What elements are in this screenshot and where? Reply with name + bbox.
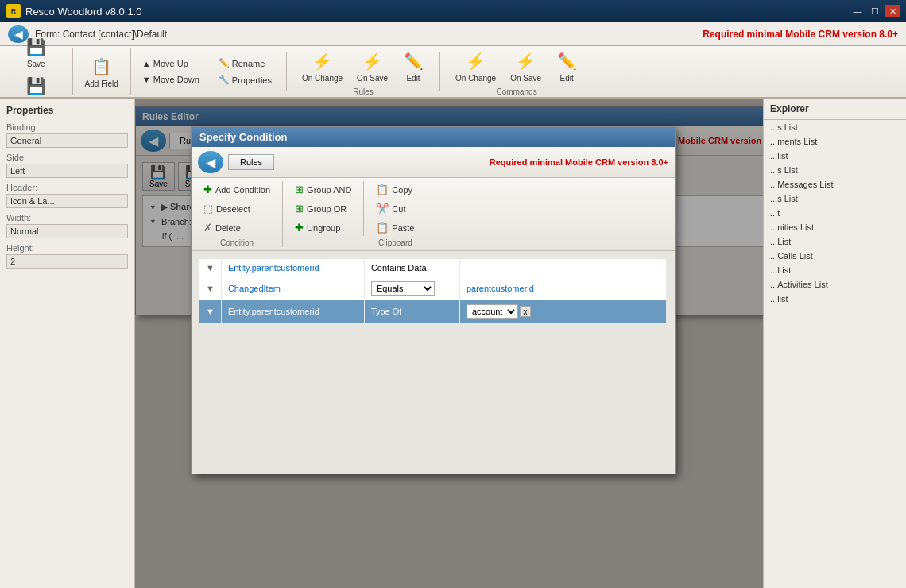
clipboard-label: Clipboard <box>370 238 420 247</box>
app-logo: R <box>6 4 21 18</box>
on-save-btn2[interactable]: ⚡ On Save <box>505 47 547 86</box>
specify-condition-modal: Specify Condition ◀ Rules Required minim… <box>191 126 676 474</box>
copy-button[interactable]: 📋 Copy <box>370 181 420 198</box>
row2-entity-link[interactable]: ChangedItem <box>228 284 281 293</box>
height-value: 2 <box>6 254 128 269</box>
clear-button[interactable]: x <box>520 306 531 317</box>
right-panel-item-8[interactable]: ...List <box>764 234 906 249</box>
ungroup-label: Ungroup <box>307 223 340 233</box>
conditions-table: ▼ Entity.parentcustomerid Contains Data <box>199 259 667 323</box>
save-close-icon: 💾 <box>25 75 47 97</box>
on-save-label: On Save <box>357 74 388 83</box>
ungroup-button[interactable]: ✚ Ungroup <box>289 219 357 236</box>
on-change-btn2[interactable]: ⚡ On Change <box>450 47 501 86</box>
content-area: Properties Binding: General Side: Left H… <box>0 99 906 588</box>
on-change-button[interactable]: ⚡ On Change <box>296 47 348 86</box>
restore-button[interactable]: ☐ <box>868 5 882 17</box>
add-condition-icon: ✚ <box>203 184 212 195</box>
group-or-button[interactable]: ⊞ Group OR <box>289 200 357 217</box>
side-label: Side: <box>6 153 128 162</box>
row1-entity[interactable]: Entity.parentcustomerid <box>221 259 364 277</box>
right-panel-item-0[interactable]: ...s List <box>764 120 906 134</box>
row3-entity-link[interactable]: Entity.parentcustomerid <box>228 307 319 316</box>
row1-entity-link[interactable]: Entity.parentcustomerid <box>228 263 319 273</box>
condition-row-3[interactable]: ▼ Entity.parentcustomerid Type Of accoun… <box>199 300 667 323</box>
right-panel-title: Explorer <box>764 99 906 120</box>
cut-icon: ✂️ <box>376 203 389 215</box>
side-value: Left <box>6 164 128 178</box>
row3-collapse[interactable]: ▼ <box>199 300 221 323</box>
condition-row-2[interactable]: ▼ ChangedItem Equals Not Equals Contains <box>199 277 667 300</box>
modal-title-bar: Specify Condition <box>192 127 675 147</box>
deselect-icon: ⬚ <box>203 203 213 215</box>
main-toolbar: 💾 Save 💾 Save & Close 📋 Add Field ▲ Move… <box>0 46 906 99</box>
row2-condition[interactable]: Equals Not Equals Contains <box>364 277 459 300</box>
on-change-icon: ⚡ <box>312 50 334 72</box>
row1-collapse[interactable]: ▼ <box>199 259 221 277</box>
delete-button[interactable]: ✗ Delete <box>198 219 276 236</box>
account-select[interactable]: account contact lead <box>467 304 518 319</box>
close-button[interactable]: ✕ <box>885 5 900 17</box>
row3-entity[interactable]: Entity.parentcustomerid <box>221 300 364 323</box>
right-panel-item-2[interactable]: ...list <box>764 149 906 163</box>
header-row: Header: Icon & La... <box>6 183 128 208</box>
row2-entity[interactable]: ChangedItem <box>221 277 364 300</box>
move-down-label: Move Down <box>153 75 199 84</box>
row2-value-link[interactable]: parentcustomerid <box>467 284 534 293</box>
paste-label: Paste <box>392 223 414 233</box>
right-panel-item-3[interactable]: ...s List <box>764 163 906 177</box>
group-and-button[interactable]: ⊞ Group AND <box>289 181 357 198</box>
right-panel-item-1[interactable]: ...ments List <box>764 134 906 149</box>
group-or-label: Group OR <box>307 204 347 214</box>
minimize-button[interactable]: — <box>850 5 865 17</box>
properties-icon: 🔧 <box>219 75 230 85</box>
rename-icon: ✏️ <box>219 58 230 68</box>
right-panel-item-4[interactable]: ...Messages List <box>764 177 906 191</box>
binding-row: Binding: General <box>6 122 128 148</box>
on-save-icon: ⚡ <box>362 50 384 72</box>
deselect-label: Deselect <box>216 204 250 214</box>
condition-group-label: Condition <box>198 238 276 247</box>
right-panel-item-11[interactable]: ...Activities List <box>764 277 906 292</box>
add-field-label: Add Field <box>85 79 118 88</box>
edit-button[interactable]: ✏️ Edit <box>397 47 430 86</box>
move-up-button[interactable]: ▲ Move Up <box>137 56 204 71</box>
save-button[interactable]: 💾 Save <box>19 33 52 72</box>
edit-icon: ✏️ <box>402 50 424 72</box>
right-panel-item-5[interactable]: ...s List <box>764 191 906 206</box>
move-up-label: Move Up <box>153 59 188 68</box>
deselect-button[interactable]: ⬚ Deselect <box>198 200 276 217</box>
commands-section-label: Commands <box>497 87 537 96</box>
condition-group: ✚ Add Condition ⬚ Deselect ✗ Delete Cond… <box>198 181 283 247</box>
add-condition-button[interactable]: ✚ Add Condition <box>198 181 276 198</box>
condition-row-1[interactable]: ▼ Entity.parentcustomerid Contains Data <box>199 259 667 277</box>
modal-back-button[interactable]: ◀ <box>198 151 223 173</box>
row2-collapse[interactable]: ▼ <box>199 277 221 300</box>
right-panel-item-12[interactable]: ...list <box>764 292 906 306</box>
modal-required-message: Required minimal Mobile CRM version 8.0+ <box>490 157 668 167</box>
right-panel: Explorer ...s List ...ments List ...list… <box>763 99 906 588</box>
add-field-button[interactable]: 📋 Add Field <box>79 52 124 91</box>
properties-button[interactable]: 🔧 Properties <box>214 72 277 87</box>
rename-button[interactable]: ✏️ Rename <box>214 56 277 71</box>
properties-title: Properties <box>6 105 128 116</box>
width-row: Width: Normal <box>6 213 128 238</box>
on-save-button[interactable]: ⚡ On Save <box>351 47 393 86</box>
row2-equals-select[interactable]: Equals Not Equals Contains <box>371 281 435 296</box>
right-panel-item-7[interactable]: ...nities List <box>764 220 906 234</box>
modal-rules-tab[interactable]: Rules <box>228 154 274 170</box>
width-value: Normal <box>6 224 128 238</box>
rename-label: Rename <box>232 59 265 68</box>
edit-btn2[interactable]: ✏️ Edit <box>550 47 583 86</box>
move-down-button[interactable]: ▼ Move Down <box>137 72 204 87</box>
height-label: Height: <box>6 243 128 253</box>
cut-button[interactable]: ✂️ Cut <box>370 200 420 217</box>
cut-label: Cut <box>392 204 405 214</box>
rules-section-label: Rules <box>353 87 374 96</box>
right-panel-item-9[interactable]: ...Calls List <box>764 249 906 263</box>
row3-value[interactable]: account contact lead x <box>460 300 667 323</box>
delete-label: Delete <box>215 223 241 233</box>
right-panel-item-10[interactable]: ...List <box>764 263 906 277</box>
right-panel-item-6[interactable]: ...t <box>764 206 906 220</box>
paste-button[interactable]: 📋 Paste <box>370 219 420 236</box>
